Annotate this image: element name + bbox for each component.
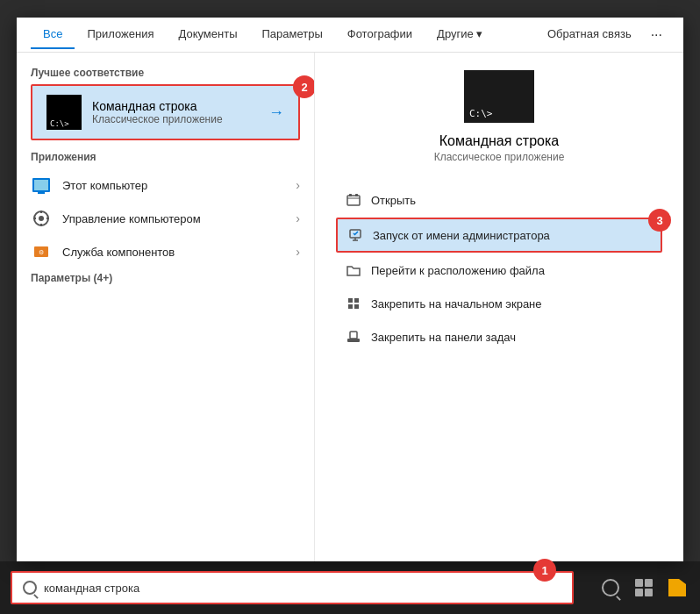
params-label: Параметры (4+) — [17, 268, 314, 289]
svg-point-1 — [39, 216, 44, 221]
svg-text:⚙: ⚙ — [39, 249, 44, 255]
action-admin-label: Запуск от имени администратора — [373, 229, 550, 242]
step-badge-2: 2 — [293, 75, 315, 98]
action-folder[interactable]: Перейти к расположению файла — [336, 254, 662, 286]
step-badge-3: 3 — [648, 209, 671, 232]
search-input-text[interactable]: командная строка — [44, 582, 139, 595]
action-list: Открыть 3 — [336, 184, 662, 353]
app-arrow-manage: › — [296, 211, 300, 225]
services-icon: ⚙ — [31, 241, 52, 262]
pin-start-icon — [345, 295, 362, 312]
content-area: Лучшее соответствие 2 Командная строка К… — [17, 53, 683, 561]
tab-photos[interactable]: Фотографии — [335, 20, 425, 49]
action-folder-label: Перейти к расположению файла — [371, 264, 545, 277]
svg-rect-4 — [33, 218, 36, 219]
app-label-services: Служба компонентов — [62, 246, 296, 259]
right-cmd-icon — [464, 70, 534, 123]
app-preview: Командная строка Классическое приложение — [336, 70, 662, 163]
svg-rect-5 — [46, 218, 49, 219]
app-arrow-services: › — [296, 245, 300, 259]
computer-icon — [31, 175, 52, 196]
tab-all[interactable]: Все — [31, 20, 75, 49]
svg-rect-14 — [348, 304, 353, 309]
open-icon — [345, 191, 362, 209]
app-arrow-computer: › — [296, 178, 300, 192]
action-open[interactable]: Открыть — [336, 184, 662, 216]
action-pin-start[interactable]: Закрепить на начальном экране — [336, 288, 662, 319]
action-admin[interactable]: Запуск от имени администратора — [336, 218, 662, 253]
folder-icon — [345, 261, 362, 279]
app-label-computer: Этот компьютер — [62, 179, 296, 192]
app-label-manage: Управление компьютером — [62, 212, 296, 225]
manage-icon — [31, 208, 52, 229]
svg-rect-3 — [40, 224, 42, 226]
taskbar-search-button[interactable] — [598, 575, 623, 600]
best-match-arrow: → — [268, 104, 284, 122]
tab-params[interactable]: Параметры — [249, 20, 334, 49]
taskbar-start-button[interactable] — [632, 575, 656, 600]
tab-feedback[interactable]: Обратная связь — [535, 20, 644, 49]
step-badge-1: 1 — [533, 559, 556, 582]
svg-rect-15 — [354, 304, 359, 309]
cmd-icon — [46, 95, 82, 130]
action-pin-taskbar-label: Закрепить на панели задач — [371, 331, 516, 344]
svg-rect-2 — [40, 211, 42, 213]
action-pin-start-label: Закрепить на начальном экране — [371, 297, 542, 311]
right-panel: Командная строка Классическое приложение — [315, 53, 683, 561]
svg-rect-10 — [355, 194, 358, 196]
search-bar-wrapper: 1 командная строка — [11, 571, 574, 604]
taskbar-search-icon — [602, 579, 619, 596]
right-app-title: Командная строка — [439, 133, 560, 149]
apps-section-label: Приложения — [17, 147, 314, 168]
best-match-item[interactable]: Командная строка Классическое приложение… — [31, 84, 300, 140]
file-explorer-icon — [668, 579, 686, 596]
search-bar[interactable]: командная строка — [11, 571, 574, 604]
best-match-subtitle: Классическое приложение — [92, 113, 261, 125]
app-item-computer[interactable]: Этот компьютер › — [17, 168, 314, 202]
svg-rect-9 — [349, 194, 352, 196]
search-bar-icon — [23, 581, 37, 595]
best-match-wrapper: 2 Командная строка Классическое приложен… — [24, 84, 307, 140]
svg-rect-8 — [347, 196, 360, 205]
svg-rect-12 — [348, 298, 353, 303]
svg-rect-17 — [350, 332, 357, 339]
windows-icon — [635, 579, 653, 596]
best-match-title: Командная строка — [92, 99, 261, 113]
best-match-label: Лучшее соответствие — [17, 63, 314, 84]
action-admin-wrapper: 3 Запуск от имени администратора — [336, 218, 662, 253]
admin-icon — [346, 226, 364, 244]
taskbar: 1 командная строка — [0, 561, 700, 614]
action-pin-taskbar[interactable]: Закрепить на панели задач — [336, 321, 662, 353]
tab-docs[interactable]: Документы — [166, 20, 249, 49]
right-app-subtitle: Классическое приложение — [434, 151, 565, 163]
nav-tabs: Все Приложения Документы Параметры Фотог… — [17, 18, 683, 53]
taskbar-files-button[interactable] — [665, 575, 689, 600]
tab-other[interactable]: Другие ▾ — [425, 20, 495, 49]
left-panel: Лучшее соответствие 2 Командная строка К… — [17, 53, 315, 561]
more-options-button[interactable]: ··· — [644, 27, 669, 43]
pin-taskbar-icon — [345, 328, 362, 346]
app-item-manage[interactable]: Управление компьютером › — [17, 202, 314, 235]
app-item-services[interactable]: ⚙ Служба компонентов › — [17, 235, 314, 268]
action-open-label: Открыть — [371, 194, 416, 207]
svg-rect-13 — [354, 298, 359, 303]
tab-apps[interactable]: Приложения — [75, 20, 166, 49]
